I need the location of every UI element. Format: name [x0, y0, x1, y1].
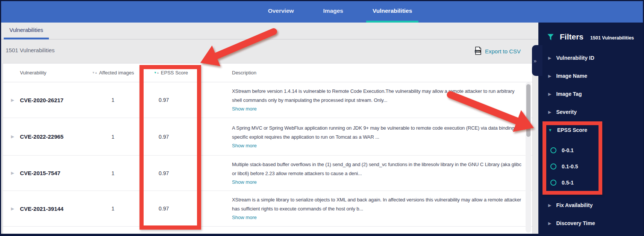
filter-item-label: Severity [556, 109, 576, 115]
description-cell: A Spring MVC or Spring WebFlux applicati… [202, 124, 539, 150]
row-expand-icon[interactable]: ▶ [8, 98, 14, 103]
filter-item-label: Image Name [556, 73, 587, 79]
chevron-right-icon: ▶ [548, 74, 551, 79]
triangle-down-icon: ▼ [548, 128, 552, 132]
epss-score-value: 0.97 [142, 170, 169, 176]
radio-label: 0.1-0.5 [562, 163, 578, 169]
nav-tab-images[interactable]: Images [317, 1, 350, 23]
description-line: XStream before version 1.4.14 is vulnera… [232, 87, 519, 96]
column-header-description: Description [202, 70, 532, 76]
sort-icons-epss[interactable]: ▼▲ [154, 71, 159, 74]
filter-funnel-icon [547, 34, 554, 42]
sort-asc-icon[interactable]: ▲ [95, 71, 97, 74]
description-line: Multiple stack-based buffer overflows in… [232, 160, 521, 169]
show-more-link[interactable]: Show more [232, 178, 257, 186]
radio-button-icon[interactable] [550, 180, 556, 186]
description-line: specific exploit requires the applicatio… [232, 133, 525, 142]
column-header-epss-score[interactable]: ▼▲ EPSS Score [142, 70, 188, 76]
description-line: or libc6) before 2.23 allow remote attac… [232, 169, 521, 178]
vulnerability-id: CVE-2015-7547 [19, 170, 84, 176]
table-scrollbar[interactable] [526, 82, 531, 233]
column-header-vulnerability[interactable]: Vulnerability [19, 70, 84, 76]
vulnerability-id: CVE-2020-26217 [19, 97, 84, 103]
export-to-csv-label: Export to CSV [485, 48, 521, 54]
show-more-link[interactable]: Show more [232, 105, 257, 113]
filters-title: Filters [560, 32, 583, 41]
csv-file-icon: CSV [474, 47, 482, 56]
chevron-right-icon: ▶ [548, 203, 551, 208]
filters-vulnerability-count: 1501 Vulnerabilities [590, 35, 634, 41]
nav-tab-overview[interactable]: Overview [262, 1, 300, 23]
description-line: A Spring MVC or Spring WebFlux applicati… [232, 124, 525, 133]
table-row: ▶ CVE-2021-39144 1 0.97 XStream is a sim… [3, 191, 532, 227]
collapse-icon: » [532, 57, 536, 64]
table-row: ▶ CVE-2020-26217 1 0.97 XStream before v… [3, 82, 532, 118]
chevron-right-icon: ▶ [548, 56, 551, 61]
sort-asc-icon[interactable]: ▲ [156, 71, 159, 74]
filter-item-severity[interactable]: ▶ Severity [548, 109, 577, 115]
filters-sidebar: Filters 1501 Vulnerabilities ▶ Vulnerabi… [538, 23, 643, 236]
filters-header: Filters 1501 Vulnerabilities [547, 32, 634, 41]
chevron-right-icon: ▶ [548, 110, 551, 115]
radio-label: 0.5-1 [562, 180, 574, 186]
filter-item-image-tag[interactable]: ▶ Image Tag [548, 91, 582, 97]
chevron-right-icon: ▶ [548, 92, 551, 97]
sidebar-collapse-handle[interactable]: » [532, 45, 542, 76]
export-to-csv-button[interactable]: CSV Export to CSV [474, 47, 521, 56]
filter-item-label: Discovery Time [556, 220, 595, 226]
table-row: ▶ CVE-2015-7547 1 0.97 Multiple stack-ba… [3, 156, 532, 191]
epss-score-value: 0.97 [142, 134, 169, 140]
description-line: XStream is a simple library to serialize… [232, 195, 521, 204]
vulnerability-count: 1501 Vulnerabilities [6, 47, 55, 53]
vulnerability-id: CVE-2021-39144 [19, 206, 84, 212]
scrollbar-thumb[interactable] [526, 84, 530, 137]
radio-button-icon[interactable] [550, 147, 556, 153]
column-header-affected-images[interactable]: ▼▲ Affected images [92, 70, 134, 76]
affected-images-value: 1 [112, 206, 115, 212]
table-row: ▶ CVE-2022-22965 1 0.97 A Spring MVC or … [3, 118, 532, 156]
filter-item-epss-score[interactable]: ▼ EPSS Score [548, 127, 587, 133]
radio-label: 0-0.1 [562, 147, 574, 153]
description-cell: Multiple stack-based buffer overflows in… [202, 160, 535, 186]
description-line: has sufficient rights to execute command… [232, 204, 521, 213]
row-expand-icon[interactable]: ▶ [8, 134, 14, 139]
radio-button-icon[interactable] [550, 163, 556, 169]
filter-item-image-name[interactable]: ▶ Image Name [548, 73, 587, 79]
vulnerabilities-table: Vulnerability ▼▲ Affected images ▼▲ EPSS… [3, 63, 533, 234]
filter-item-fix-availability[interactable]: ▶ Fix Availability [548, 202, 592, 208]
description-cell: XStream before version 1.4.14 is vulnera… [202, 87, 532, 113]
affected-images-value: 1 [112, 97, 115, 103]
show-more-link[interactable]: Show more [232, 213, 257, 222]
filter-item-label: Image Tag [556, 91, 582, 97]
epss-option-0.1-0.5[interactable]: 0.1-0.5 [550, 163, 578, 169]
sort-desc-icon[interactable]: ▼ [92, 71, 95, 74]
filter-item-discovery-time[interactable]: ▶ Discovery Time [548, 220, 595, 226]
sort-icons[interactable]: ▼▲ [92, 71, 97, 74]
epss-option-0-0.1[interactable]: 0-0.1 [550, 147, 574, 153]
subtab-strip: Vulnerabilities [1, 23, 538, 39]
description-cell: XStream is a simple library to serialize… [202, 195, 535, 222]
epss-score-value: 0.97 [142, 97, 169, 103]
chevron-right-icon: ▶ [548, 221, 551, 226]
filter-item-label: Fix Availability [556, 202, 592, 208]
row-expand-icon[interactable]: ▶ [8, 206, 14, 211]
epss-score-value: 0.97 [142, 206, 169, 212]
subtab-vulnerabilities[interactable]: Vulnerabilities [4, 23, 49, 39]
table-row-partial [3, 227, 532, 234]
description-line: shell commands only by manipulating the … [232, 96, 519, 105]
nav-tab-vulnerabilities[interactable]: Vulnerabilities [366, 1, 418, 23]
table-header-row: Vulnerability ▼▲ Affected images ▼▲ EPSS… [3, 64, 532, 82]
epss-option-0.5-1[interactable]: 0.5-1 [550, 180, 574, 186]
row-expand-icon[interactable]: ▶ [8, 171, 14, 175]
filter-item-label: Vulnerability ID [556, 55, 594, 61]
filter-item-vulnerability-id[interactable]: ▶ Vulnerability ID [548, 55, 594, 61]
svg-text:CSV: CSV [476, 50, 480, 53]
main-content: Vulnerabilities 1501 Vulnerabilities CSV… [1, 23, 538, 234]
affected-images-value: 1 [112, 134, 115, 140]
filter-item-label: EPSS Score [557, 127, 587, 133]
sort-desc-icon-active[interactable]: ▼ [154, 71, 156, 74]
table-toolbar: 1501 Vulnerabilities CSV Export to CSV [1, 39, 538, 63]
top-nav-tabs: Overview Images Vulnerabilities [253, 1, 427, 23]
top-nav-bar: Overview Images Vulnerabilities [1, 1, 643, 23]
show-more-link[interactable]: Show more [232, 142, 257, 150]
